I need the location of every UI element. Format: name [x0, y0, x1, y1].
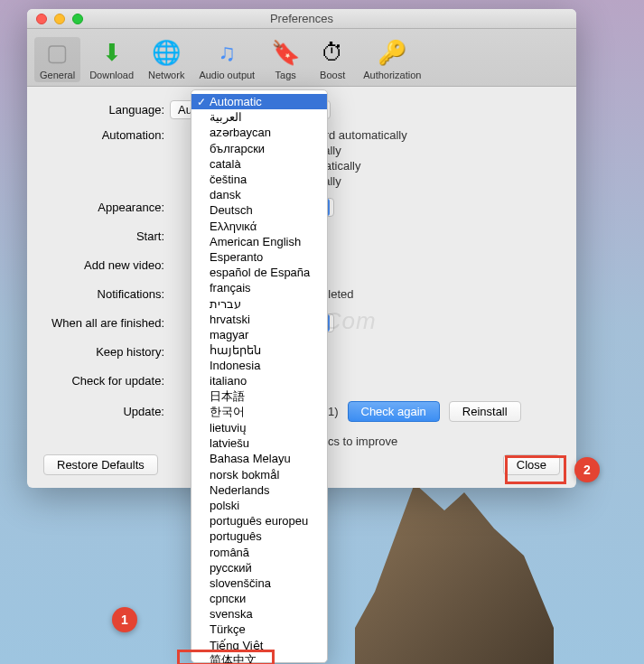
window-title: Preferences [27, 12, 576, 25]
language-option[interactable]: català [191, 156, 327, 172]
update-label: Update: [45, 405, 170, 418]
appearance-label: Appearance: [45, 201, 170, 214]
language-option[interactable]: français [191, 280, 327, 295]
boost-icon: ⏱ [318, 39, 347, 68]
check-update-label: Check for update: [45, 374, 170, 388]
when-finished-label: When all are finished: [45, 316, 170, 330]
language-option[interactable]: Indonesia [191, 358, 327, 373]
language-option[interactable]: svenska [191, 606, 327, 622]
network-icon: 🌐 [152, 39, 181, 68]
toolbar-download[interactable]: ⬇ Download [84, 37, 139, 82]
language-option[interactable]: العربية [191, 109, 327, 125]
language-option[interactable]: latviešu [191, 435, 327, 451]
annotation-highlight-1 [177, 650, 275, 664]
toolbar-boost[interactable]: ⏱ Boost [311, 37, 354, 82]
language-option[interactable]: Deutsch [191, 202, 327, 218]
language-option[interactable]: 日本語 [191, 389, 327, 405]
language-dropdown-menu: ✓Automaticالعربيةazərbaycanбългарскиcata… [191, 89, 328, 663]
language-option[interactable]: polski [191, 498, 327, 513]
auth-icon: 🔑 [378, 39, 406, 68]
notifications-label: Notifications: [45, 287, 170, 301]
toolbar-tags[interactable]: 🔖 Tags [264, 37, 307, 82]
language-option[interactable]: português europeu [191, 513, 327, 528]
start-label: Start: [45, 229, 170, 243]
language-option[interactable]: română [191, 544, 327, 559]
toolbar-general[interactable]: ▢ General [34, 37, 80, 82]
automation-label: Automation: [45, 128, 170, 142]
reinstall-button[interactable]: Reinstall [449, 401, 521, 422]
language-label: Language: [45, 103, 170, 117]
keep-history-label: Keep history: [45, 345, 170, 359]
general-icon: ▢ [43, 39, 72, 68]
check-again-button[interactable]: Check again [348, 401, 440, 422]
language-option[interactable]: Esperanto [191, 249, 327, 265]
toolbar-authorization[interactable]: 🔑 Authorization [358, 37, 426, 82]
language-option[interactable]: Bahasa Melayu [191, 451, 327, 466]
download-icon: ⬇ [98, 39, 126, 68]
toolbar: ▢ General ⬇ Download 🌐 Network ♫ Audio o… [27, 29, 576, 87]
language-option[interactable]: čeština [191, 172, 327, 187]
language-option[interactable]: lietuvių [191, 420, 327, 435]
language-option[interactable]: norsk bokmål [191, 467, 327, 482]
language-option[interactable]: slovenščina [191, 575, 327, 591]
annotation-badge-1: 1 [112, 607, 137, 632]
audio-icon: ♫ [212, 39, 241, 68]
titlebar: Preferences [27, 9, 576, 29]
toolbar-network[interactable]: 🌐 Network [143, 37, 190, 82]
language-option[interactable]: ✓Automatic [191, 94, 327, 109]
toolbar-audio[interactable]: ♫ Audio output [193, 37, 260, 82]
language-option[interactable]: magyar [191, 327, 327, 342]
language-option[interactable]: dansk [191, 187, 327, 202]
language-option[interactable]: српски [191, 591, 327, 606]
language-option[interactable]: español de España [191, 265, 327, 280]
language-option[interactable]: hrvatski [191, 312, 327, 327]
desktop-rock [355, 483, 554, 664]
language-option[interactable]: עברית [191, 295, 327, 311]
language-option[interactable]: русский [191, 560, 327, 575]
language-option[interactable]: български [191, 141, 327, 156]
language-option[interactable]: American English [191, 234, 327, 249]
annotation-highlight-2 [505, 455, 566, 484]
restore-defaults-button[interactable]: Restore Defaults [43, 454, 158, 475]
check-icon: ✓ [197, 96, 206, 108]
language-option[interactable]: Türkçe [191, 622, 327, 637]
annotation-badge-2: 2 [574, 457, 600, 482]
tags-icon: 🔖 [271, 39, 300, 68]
add-new-video-label: Add new video: [45, 258, 170, 272]
language-option[interactable]: português [191, 528, 327, 544]
language-option[interactable]: azərbaycan [191, 125, 327, 140]
language-option[interactable]: հայերեն [191, 342, 327, 358]
language-option[interactable]: Ελληνικά [191, 219, 327, 234]
language-option[interactable]: 한국어 [191, 405, 327, 420]
language-option[interactable]: Nederlands [191, 482, 327, 498]
language-option[interactable]: italiano [191, 373, 327, 388]
